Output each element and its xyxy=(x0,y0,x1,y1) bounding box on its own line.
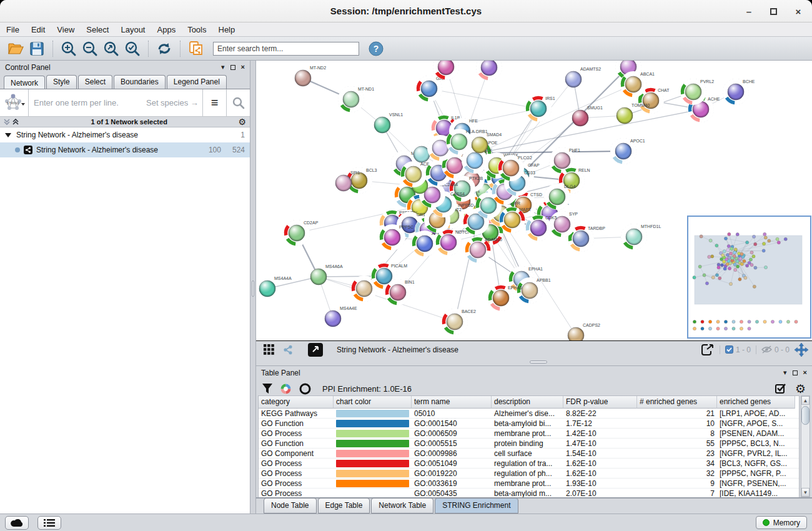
minimize-button[interactable]: – xyxy=(744,6,754,17)
horizontal-splitter[interactable] xyxy=(256,358,812,365)
panel-float-icon[interactable] xyxy=(230,65,235,70)
select-terms-icon[interactable] xyxy=(775,383,786,394)
clone-network-icon[interactable] xyxy=(186,39,206,58)
table-row[interactable]: GO ProcessGO:0051049regulation of tra...… xyxy=(259,459,799,469)
scroll-up-icon[interactable]: ▲ xyxy=(801,396,810,405)
column-header-chart-color[interactable]: chart color xyxy=(334,396,412,409)
menu-select[interactable]: Select xyxy=(86,25,109,34)
scrollbar-thumb[interactable] xyxy=(801,406,810,425)
network-node[interactable]: SMUG1 xyxy=(572,106,603,126)
table-scrollbar[interactable]: ▲ ▼ xyxy=(801,395,810,497)
scroll-down-icon[interactable]: ▼ xyxy=(801,488,810,497)
birds-eye-navigator[interactable] xyxy=(687,216,811,339)
network-node[interactable]: BCHE xyxy=(723,79,755,105)
menu-view[interactable]: View xyxy=(57,25,74,34)
filter-icon[interactable] xyxy=(262,384,272,394)
network-node[interactable]: CD2AP xyxy=(284,221,319,246)
string-options-icon[interactable]: ≡ xyxy=(202,89,226,116)
tab-legend-panel[interactable]: Legend Panel xyxy=(167,75,227,89)
column-header-enriched-genes[interactable]: enriched genes xyxy=(717,396,795,409)
network-node[interactable]: NME8 xyxy=(477,61,508,81)
network-node[interactable]: IRS1 xyxy=(526,96,555,122)
network-node[interactable]: DLG4 xyxy=(545,184,576,210)
panel-float-icon[interactable] xyxy=(793,370,798,375)
tab-network-table[interactable]: Network Table xyxy=(371,498,433,514)
menu-edit[interactable]: Edit xyxy=(31,25,45,34)
zoom-selected-icon[interactable] xyxy=(122,39,142,58)
tab-string-enrichment[interactable]: STRING Enrichment xyxy=(435,498,518,514)
open-folder-icon[interactable] xyxy=(6,39,26,58)
panel-menu-icon[interactable]: ▾ xyxy=(221,64,225,71)
network-node[interactable]: MTHFD1L xyxy=(621,224,661,250)
network-node[interactable]: ADAMTS2 xyxy=(565,67,601,87)
table-row[interactable]: GO ProcessGO:0050435beta-amyloid m...2.0… xyxy=(259,489,799,497)
network-node[interactable]: GAB2 xyxy=(417,76,448,102)
network-node[interactable]: MT-ND2 xyxy=(295,66,326,86)
ring-chart-icon[interactable] xyxy=(299,383,311,395)
tab-boundaries[interactable]: Boundaries xyxy=(114,75,166,89)
table-row[interactable]: GO FunctionGO:0005515protein binding1.47… xyxy=(259,439,799,449)
menu-tools[interactable]: Tools xyxy=(187,25,206,34)
table-row[interactable]: KEGG Pathways05010Alzheimer's dise...8.8… xyxy=(259,409,799,419)
collection-row[interactable]: String Network - Alzheimer's disease 1 xyxy=(0,127,250,142)
tab-edge-table[interactable]: Edge Table xyxy=(318,498,370,514)
tab-style[interactable]: Style xyxy=(46,75,77,89)
column-header-FDR-p-value[interactable]: FDR p-value xyxy=(563,396,637,409)
column-header-term-name[interactable]: term name xyxy=(412,396,492,409)
column-header-description[interactable]: description xyxy=(492,396,563,409)
grid-view-icon[interactable] xyxy=(260,343,277,357)
tab-network[interactable]: Network xyxy=(4,76,45,89)
network-node[interactable]: CELF1 xyxy=(433,61,467,80)
network-node[interactable]: MT-ND1 xyxy=(339,87,375,112)
column-header--enriched-genes[interactable]: # enriched genes xyxy=(637,396,717,409)
network-node[interactable]: EPHA5 xyxy=(488,285,523,311)
vertical-splitter[interactable] xyxy=(250,61,256,514)
memory-button[interactable]: Memory xyxy=(756,516,807,529)
network-node[interactable]: APOC1 xyxy=(611,139,645,164)
table-row[interactable]: GO ComponentGO:0009986cell surface1.54E-… xyxy=(259,449,799,459)
network-node[interactable]: BIN1 xyxy=(385,280,415,305)
table-row[interactable]: GO ProcessGO:0033619membrane prot...1.93… xyxy=(259,479,799,489)
network-canvas[interactable]: MT-ND2MT-ND1VSNL1GAB2CELF1NME8ADAMTS2ZCW… xyxy=(256,61,812,340)
export-network-icon[interactable] xyxy=(700,343,715,357)
menu-layout[interactable]: Layout xyxy=(121,25,145,34)
network-node[interactable]: BACE2 xyxy=(442,309,477,335)
network-node[interactable]: APBB1 xyxy=(517,278,551,304)
gear-icon[interactable]: ⚙ xyxy=(238,117,246,126)
help-icon[interactable]: ? xyxy=(366,39,386,58)
menu-help[interactable]: Help xyxy=(219,25,235,34)
table-row[interactable]: GO ProcessGO:0019220regulation of ph...1… xyxy=(259,469,799,479)
close-button[interactable]: × xyxy=(793,6,803,17)
zoom-fit-icon[interactable] xyxy=(101,39,121,58)
maximize-button[interactable] xyxy=(770,8,777,15)
string-logo[interactable]: STRING xyxy=(0,89,29,116)
network-node[interactable]: CADPS2 xyxy=(568,323,600,340)
save-icon[interactable] xyxy=(27,39,47,58)
table-row[interactable]: GO FunctionGO:0001540beta-amyloid bi...1… xyxy=(259,419,799,429)
collapse-arrow-icon[interactable] xyxy=(5,132,11,138)
network-node[interactable]: VSNL1 xyxy=(374,112,403,133)
zoom-in-icon[interactable] xyxy=(59,39,79,58)
cloud-button[interactable] xyxy=(5,516,29,530)
table-row[interactable]: GO ProcessGO:0006509membrane prot...1.42… xyxy=(259,429,799,439)
tab-select[interactable]: Select xyxy=(78,75,112,89)
search-input[interactable] xyxy=(213,42,359,56)
chart-color-icon[interactable] xyxy=(280,383,292,395)
navigator-toggle-icon[interactable] xyxy=(795,343,808,357)
column-header-category[interactable]: category xyxy=(259,396,334,409)
menu-file[interactable]: File xyxy=(6,25,19,34)
expand-collapse-icons[interactable] xyxy=(4,118,20,126)
task-history-button[interactable] xyxy=(37,516,61,530)
zoom-out-icon[interactable] xyxy=(80,39,100,58)
string-search-icon[interactable] xyxy=(226,89,250,116)
detach-view-icon[interactable] xyxy=(306,342,325,357)
menu-apps[interactable]: Apps xyxy=(157,25,176,34)
network-row-selected[interactable]: String Network - Alzheimer's disease 100… xyxy=(0,142,250,157)
panel-menu-icon[interactable]: ▾ xyxy=(783,369,787,376)
settings-gear-icon[interactable]: ⚙ xyxy=(795,383,806,395)
panel-close-icon[interactable]: × xyxy=(241,64,245,71)
network-node[interactable]: ADAM10 xyxy=(465,237,503,263)
share-view-icon[interactable] xyxy=(280,343,295,357)
tab-node-table[interactable]: Node Table xyxy=(264,498,317,514)
panel-close-icon[interactable]: × xyxy=(803,369,807,376)
